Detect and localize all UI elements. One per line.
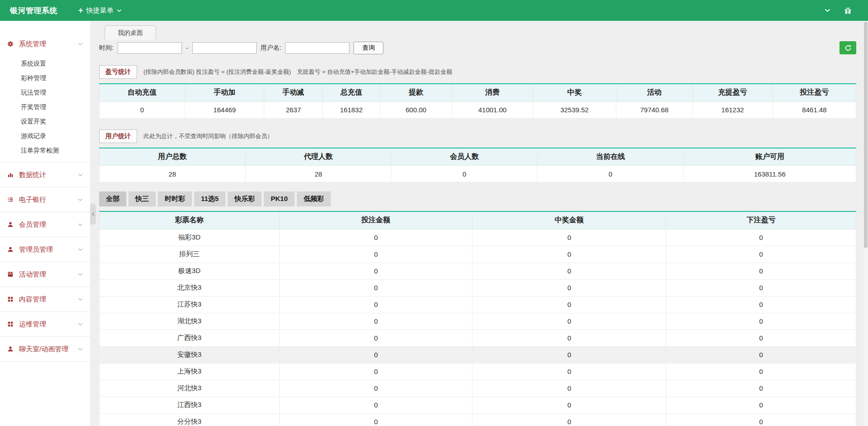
sidebar-item-label: 管理员管理 xyxy=(19,245,53,254)
sidebar-subitem[interactable]: 游戏记录 xyxy=(0,129,90,143)
column-header: 代理人数 xyxy=(245,148,391,166)
sidebar-item-content[interactable]: 内容管理 xyxy=(0,287,90,311)
table-cell: 江西快3 xyxy=(100,397,280,413)
sidebar-item-activity[interactable]: 活动管理 xyxy=(0,262,90,287)
table-cell: 600.00 xyxy=(380,101,452,118)
username-input[interactable] xyxy=(285,42,349,54)
column-header: 账户可用 xyxy=(683,148,856,166)
lottery-category-tabs: 全部快三时时彩11选5快乐彩PK10低频彩 xyxy=(99,191,856,206)
table-cell: 0 xyxy=(666,229,856,246)
lottery-tab[interactable]: PK10 xyxy=(264,191,295,206)
table-cell: 32539.52 xyxy=(533,101,616,118)
table-cell: 8461.48 xyxy=(773,101,856,118)
table-cell: 0 xyxy=(666,330,856,346)
sidebar-subitem[interactable]: 玩法管理 xyxy=(0,85,90,100)
table-cell: 0 xyxy=(472,363,666,380)
table-cell: 0 xyxy=(279,380,472,397)
lottery-tab[interactable]: 11选5 xyxy=(194,191,225,206)
chevron-down-icon xyxy=(78,323,83,326)
chevron-down-icon[interactable] xyxy=(825,9,830,12)
sidebar-item-data-stats[interactable]: 数据统计 xyxy=(0,163,90,187)
sidebar-item-e-bank[interactable]: 电子银行 xyxy=(0,187,90,212)
sidebar-item-label: 电子银行 xyxy=(19,196,46,204)
tab-my-desktop[interactable]: 我的桌面 xyxy=(105,25,156,40)
table-cell: 0 xyxy=(279,346,472,363)
user-icon xyxy=(7,221,16,228)
quick-menu-button[interactable]: + 快捷菜单 xyxy=(78,6,122,15)
sidebar-item-label: 运维管理 xyxy=(19,320,46,329)
lottery-tab[interactable]: 全部 xyxy=(99,191,126,206)
sidebar-item-chat[interactable]: 聊天室/动画管理 xyxy=(0,337,90,361)
table-cell: 0 xyxy=(472,279,666,296)
user-stats-table: 用户总数代理人数会员人数当前在线账户可用282800163811.56 xyxy=(99,148,856,183)
chevron-down-icon xyxy=(78,248,83,251)
column-header: 中奖 xyxy=(533,84,616,101)
sidebar-item-member[interactable]: 会员管理 xyxy=(0,212,90,237)
chevron-down-icon xyxy=(78,198,83,201)
sidebar-subitem[interactable]: 系统设置 xyxy=(0,56,90,71)
sidebar-item-admin[interactable]: 管理员管理 xyxy=(0,237,90,262)
table-cell: 2637 xyxy=(264,101,323,118)
table-cell: 安徽快3 xyxy=(100,346,280,363)
time-start-input[interactable] xyxy=(118,42,182,54)
table-row: 上海快3000 xyxy=(100,363,856,380)
table-cell: 164469 xyxy=(185,101,264,118)
table-cell: 0 xyxy=(472,296,666,313)
sidebar-collapse-handle[interactable] xyxy=(90,204,96,225)
table-cell: 北京快3 xyxy=(100,279,280,296)
vertical-scrollbar xyxy=(863,21,868,426)
table-cell: 0 xyxy=(279,397,472,413)
table-cell: 0 xyxy=(472,380,666,397)
column-header: 彩票名称 xyxy=(100,211,280,229)
table-cell: 0 xyxy=(279,363,472,380)
table-cell: 0 xyxy=(666,413,856,426)
sidebar-subitem[interactable]: 开奖管理 xyxy=(0,100,90,114)
search-button[interactable]: 查询 xyxy=(353,42,383,54)
table-cell: 0 xyxy=(472,413,666,426)
table-cell: 79740.68 xyxy=(616,101,692,118)
lottery-tab[interactable]: 低频彩 xyxy=(297,191,331,206)
profit-section-head: 盈亏统计 (排除内部会员数据) 投注盈亏 = (投注消费金额-返奖金额) 充提盈… xyxy=(99,65,856,79)
column-header: 投注金额 xyxy=(279,211,472,229)
refresh-icon xyxy=(844,44,852,52)
table-cell: 极速3D xyxy=(100,263,280,279)
lottery-tab[interactable]: 时时彩 xyxy=(158,191,192,206)
table-cell: 0 xyxy=(472,263,666,279)
column-header: 中奖金额 xyxy=(472,211,666,229)
scrollbar-thumb[interactable] xyxy=(864,22,868,248)
sidebar-item-system[interactable]: 系统管理 xyxy=(0,32,90,56)
column-header: 用户总数 xyxy=(100,148,246,166)
sidebar-subitem[interactable]: 设置开奖 xyxy=(0,114,90,129)
refresh-button[interactable] xyxy=(839,41,856,54)
sidebar-item-ops[interactable]: 运维管理 xyxy=(0,312,90,336)
bank-icon xyxy=(7,196,16,203)
sidebar-submenu: 系统设置彩种管理玩法管理开奖管理设置开奖游戏记录注单异常检测 xyxy=(0,56,90,162)
lottery-tab[interactable]: 快三 xyxy=(129,191,156,206)
table-cell: 0 xyxy=(472,246,666,263)
table-row: 安徽快3000 xyxy=(100,346,856,363)
table-cell: 排列三 xyxy=(100,246,280,263)
table-row: 湖北快3000 xyxy=(100,313,856,330)
lottery-tab[interactable]: 快乐彩 xyxy=(228,191,262,206)
quick-menu-label: 快捷菜单 xyxy=(86,6,114,15)
app-title: 银河管理系统 xyxy=(10,5,57,16)
sidebar-item-label: 数据统计 xyxy=(19,171,46,179)
column-header: 投注盈亏 xyxy=(773,84,856,101)
calendar-icon xyxy=(7,271,16,278)
table-cell: 广西快3 xyxy=(100,330,280,346)
table-cell: 28 xyxy=(100,166,246,182)
table-cell: 0 xyxy=(666,246,856,263)
table-row: 广西快3000 xyxy=(100,330,856,346)
table-cell: 0 xyxy=(279,330,472,346)
table-cell: 江苏快3 xyxy=(100,296,280,313)
time-end-input[interactable] xyxy=(192,42,257,54)
sidebar-subitem[interactable]: 注单异常检测 xyxy=(0,143,90,158)
main-content: 我的桌面 时间: - 用户名: 查询 盈亏统计 (排除内部会员数据) 投注盈亏 … xyxy=(90,21,868,426)
sidebar-subitem[interactable]: 彩种管理 xyxy=(0,71,90,85)
table-row: 01644692637161832600.0041001.0032539.527… xyxy=(100,101,856,118)
gift-icon[interactable] xyxy=(844,7,852,14)
column-header: 提款 xyxy=(380,84,452,101)
table-cell: 0 xyxy=(472,346,666,363)
user-section-label: 用户统计 xyxy=(99,129,137,143)
sidebar-item-label: 聊天室/动画管理 xyxy=(19,345,68,354)
